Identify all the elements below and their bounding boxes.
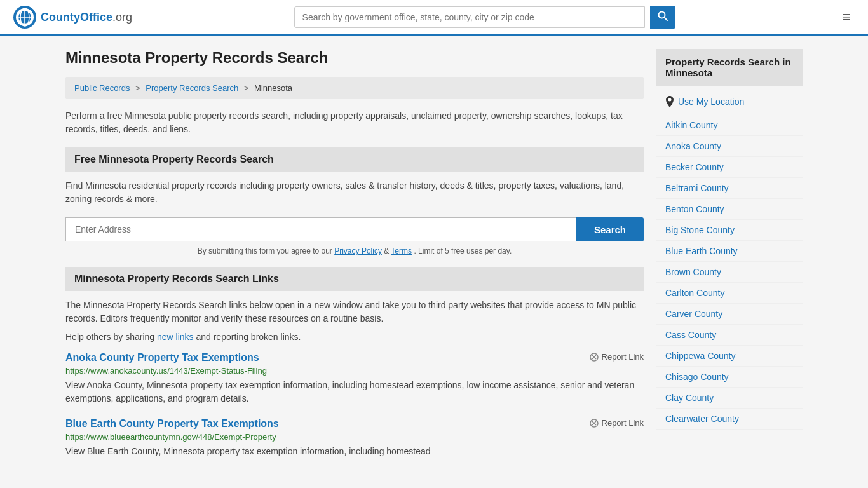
sidebar-county-0[interactable]: Aitkin County (656, 115, 803, 135)
use-location-label: Use My Location (678, 97, 744, 107)
sidebar-list-item: Chisago County (656, 367, 803, 388)
links-description: The Minnesota Property Records Search li… (65, 299, 644, 325)
logo-name: CountyCountyOfficeOffice.org (41, 11, 132, 24)
menu-button[interactable]: ≡ (837, 6, 855, 28)
breadcrumb-current: Minnesota (254, 83, 292, 93)
sidebar-list-item: Benton County (656, 199, 803, 220)
links-share-end: and reporting broken links. (196, 332, 301, 342)
sidebar-county-5[interactable]: Big Stone County (656, 220, 803, 240)
sidebar-list-item: Carlton County (656, 283, 803, 304)
breadcrumb-property-records[interactable]: Property Records Search (146, 83, 238, 93)
address-search-button[interactable]: Search (576, 217, 644, 241)
logo-icon (13, 5, 37, 29)
sidebar-list-item: Cass County (656, 325, 803, 346)
search-icon (658, 11, 668, 21)
form-note-ampersand: & (384, 247, 391, 255)
sidebar-list-item: Becker County (656, 157, 803, 178)
free-search-heading: Free Minnesota Property Records Search (65, 147, 644, 172)
links-share-text: Help others by sharing new links and rep… (65, 332, 644, 342)
report-link-label-1: Report Link (602, 418, 644, 428)
sidebar-list-item: Carver County (656, 304, 803, 325)
svg-point-14 (668, 98, 672, 102)
sidebar-list-item: Big Stone County (656, 220, 803, 241)
address-search-form: Search (65, 217, 644, 241)
links-section-heading: Minnesota Property Records Search Links (65, 267, 644, 291)
terms-link[interactable]: Terms (391, 247, 412, 255)
sidebar-county-13[interactable]: Clay County (656, 388, 803, 408)
sidebar-county-8[interactable]: Carlton County (656, 283, 803, 303)
form-note-prefix: By submitting this form you agree to our (198, 247, 332, 255)
link-desc-1: View Blue Earth County, Minnesota proper… (65, 445, 644, 458)
sidebar-list-item: Clearwater County (656, 409, 803, 430)
sidebar-county-11[interactable]: Chippewa County (656, 346, 803, 366)
logo[interactable]: CountyCountyOfficeOffice.org (13, 5, 132, 29)
sidebar-county-3[interactable]: Beltrami County (656, 178, 803, 198)
links-share-prefix: Help others by sharing (65, 332, 154, 342)
link-desc-0: View Anoka County, Minnesota property ta… (65, 379, 644, 405)
header-search-area (294, 6, 675, 29)
report-icon-0 (590, 353, 599, 362)
sidebar-heading-line1: Property Records Search in (665, 57, 791, 67)
link-item-header-0: Anoka County Property Tax Exemptions Rep… (65, 352, 644, 363)
sidebar-county-12[interactable]: Chisago County (656, 367, 803, 387)
sidebar-list-item: Chippewa County (656, 346, 803, 367)
breadcrumb-sep-1: > (135, 83, 140, 93)
link-item-header-1: Blue Earth County Property Tax Exemption… (65, 418, 644, 430)
location-pin-icon (665, 96, 674, 107)
header-search-button[interactable] (650, 6, 675, 29)
report-link-button-1[interactable]: Report Link (590, 418, 644, 428)
page-title: Minnesota Property Records Search (65, 49, 644, 67)
link-item-1: Blue Earth County Property Tax Exemption… (65, 418, 644, 458)
new-links-link[interactable]: new links (157, 332, 194, 342)
content-area: Minnesota Property Records Search Public… (65, 49, 644, 471)
sidebar-county-4[interactable]: Benton County (656, 199, 803, 219)
site-header: CountyCountyOfficeOffice.org ≡ (0, 0, 868, 36)
breadcrumb-sep-2: > (244, 83, 249, 93)
report-icon-1 (590, 419, 599, 428)
sidebar-county-14[interactable]: Clearwater County (656, 409, 803, 429)
sidebar-county-9[interactable]: Carver County (656, 304, 803, 324)
sidebar-heading-line2: Minnesota (665, 67, 712, 78)
county-list: Aitkin CountyAnoka CountyBecker CountyBe… (656, 115, 803, 430)
sidebar-list-item: Beltrami County (656, 178, 803, 199)
link-url-1[interactable]: https://www.blueearthcountymn.gov/448/Ex… (65, 432, 644, 442)
report-link-button-0[interactable]: Report Link (590, 352, 644, 362)
main-container: Minnesota Property Records Search Public… (53, 36, 815, 484)
use-my-location[interactable]: Use My Location (656, 92, 803, 111)
report-link-label-0: Report Link (602, 352, 644, 362)
link-item-title-0[interactable]: Anoka County Property Tax Exemptions (65, 352, 259, 363)
address-search-input[interactable] (65, 217, 576, 241)
sidebar-county-7[interactable]: Brown County (656, 262, 803, 282)
link-item-0: Anoka County Property Tax Exemptions Rep… (65, 352, 644, 405)
form-note: By submitting this form you agree to our… (65, 247, 644, 255)
sidebar: Property Records Search in Minnesota Use… (656, 49, 803, 471)
page-description: Perform a free Minnesota public property… (65, 109, 644, 136)
sidebar-heading: Property Records Search in Minnesota (656, 49, 803, 86)
breadcrumb-public-records[interactable]: Public Records (74, 83, 130, 93)
sidebar-list-item: Brown County (656, 262, 803, 283)
svg-line-7 (664, 18, 667, 21)
breadcrumb: Public Records > Property Records Search… (65, 77, 644, 99)
privacy-policy-link[interactable]: Privacy Policy (334, 247, 382, 255)
link-url-0[interactable]: https://www.anokacounty.us/1443/Exempt-S… (65, 366, 644, 376)
sidebar-list-item: Aitkin County (656, 115, 803, 136)
sidebar-list-item: Blue Earth County (656, 241, 803, 262)
form-note-suffix: . Limit of 5 free uses per day. (414, 247, 512, 255)
sidebar-list-item: Clay County (656, 388, 803, 409)
sidebar-county-1[interactable]: Anoka County (656, 136, 803, 156)
link-item-title-1[interactable]: Blue Earth County Property Tax Exemption… (65, 418, 279, 430)
sidebar-county-6[interactable]: Blue Earth County (656, 241, 803, 261)
sidebar-list-item: Anoka County (656, 136, 803, 157)
sidebar-county-2[interactable]: Becker County (656, 157, 803, 177)
header-search-input[interactable] (294, 6, 645, 28)
free-search-description: Find Minnesota residential property reco… (65, 179, 644, 206)
sidebar-county-10[interactable]: Cass County (656, 325, 803, 345)
